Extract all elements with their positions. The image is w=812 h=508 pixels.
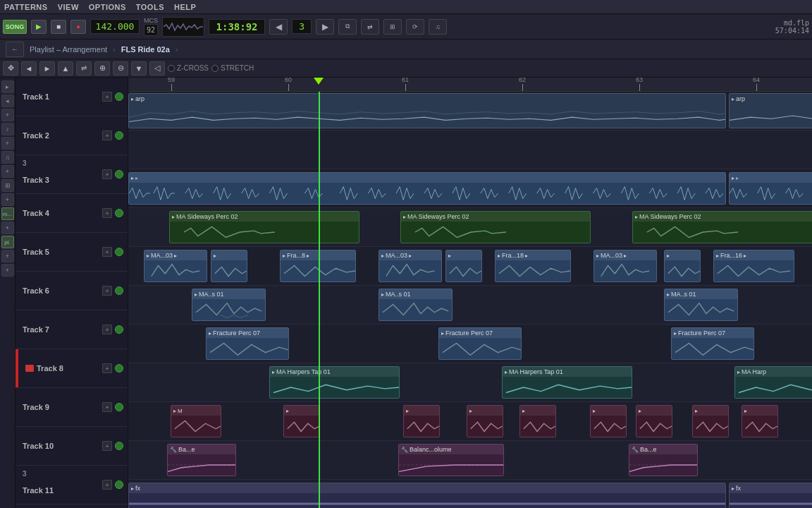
clip-3-wave-2[interactable]: ▸ ▸ xyxy=(729,172,812,205)
clip-6-2[interactable]: ▸MA..s 01 xyxy=(379,289,453,321)
ruler[interactable]: 59 60 61 62 63 64 xyxy=(128,78,812,92)
track-label-10[interactable]: Track 10 + xyxy=(16,427,128,466)
collapse-button[interactable]: ▼ xyxy=(131,61,147,75)
track-3-add[interactable]: + xyxy=(102,169,112,179)
track-2-add[interactable]: + xyxy=(102,131,112,140)
clip-5-1[interactable]: ▸MA...03 ▸ xyxy=(144,250,207,282)
clip-11-fx-2[interactable]: ▸fx xyxy=(729,483,812,508)
clip-9-9[interactable]: ▸ xyxy=(742,405,778,437)
stretch-checkbox[interactable] xyxy=(211,65,219,72)
track-10-add[interactable]: + xyxy=(102,441,112,451)
menu-patterns[interactable]: PATTERNS xyxy=(4,3,48,11)
track-1-add[interactable]: + xyxy=(102,92,112,102)
track-label-6[interactable]: Track 6 + xyxy=(16,272,128,310)
track-label-7[interactable]: Track 7 + xyxy=(16,310,128,349)
track-label-3[interactable]: 3 Track 3 + xyxy=(16,155,128,194)
clip-8-2[interactable]: ▸MA Harpers Tap 01 xyxy=(502,366,632,399)
track-11-add[interactable]: + xyxy=(102,480,112,490)
play-button[interactable]: ▶ xyxy=(31,20,47,34)
flip-h-button[interactable]: ⇌ xyxy=(76,61,92,75)
next-pattern-button[interactable]: ▶ xyxy=(316,19,334,35)
clip-7-3[interactable]: ▸Fracture Perc 07 xyxy=(671,327,754,360)
clip-6-3[interactable]: ▸MA..s 01 xyxy=(664,289,738,321)
sidebar-icon-8[interactable]: ⊞ xyxy=(1,179,14,192)
clip-4-2[interactable]: ▸MA Sideways Perc 02 xyxy=(400,211,591,243)
clip-9-5[interactable]: ▸ xyxy=(519,405,556,437)
menu-tools[interactable]: TOOLS xyxy=(136,3,164,11)
clip-5-6[interactable]: ▸Fra...18 ▸ xyxy=(495,250,571,282)
zoom-in-button[interactable]: ⊕ xyxy=(94,61,110,75)
stretch-area[interactable]: STRETCH xyxy=(211,64,254,72)
track-8-add[interactable]: + xyxy=(102,363,112,373)
sidebar-icon-m[interactable]: m... xyxy=(1,207,14,220)
clip-9-6[interactable]: ▸ xyxy=(590,405,627,437)
track-label-5[interactable]: Track 5 + xyxy=(16,233,128,272)
sidebar-icon-12[interactable]: + xyxy=(1,264,14,277)
clip-9-2[interactable]: ▸ xyxy=(283,405,320,437)
tool-left-button[interactable]: ◄ xyxy=(21,61,37,75)
clip-5-8[interactable]: ▸ xyxy=(664,250,701,282)
song-mode-button[interactable]: SONG xyxy=(3,20,27,34)
menu-view[interactable]: VIEW xyxy=(58,3,79,11)
clip-5-3[interactable]: ▸Fra...8 ▸ xyxy=(280,250,356,282)
transport-icon-4[interactable]: ⟳ xyxy=(406,19,424,35)
clip-7-2[interactable]: ▸Fracture Perc 07 xyxy=(438,327,522,360)
clip-10-1[interactable]: 🔧Ba...e xyxy=(167,444,236,476)
track-label-2[interactable]: Track 2 + xyxy=(16,116,128,155)
track-7-add[interactable]: + xyxy=(102,325,112,334)
z-cross-area[interactable]: Z-CROSS xyxy=(168,64,209,72)
clip-9-7[interactable]: ▸ xyxy=(636,405,672,437)
sidebar-icon-11[interactable]: + xyxy=(1,250,14,262)
pattern-number[interactable]: 3 xyxy=(292,19,312,34)
track-9-add[interactable]: + xyxy=(102,402,112,412)
sidebar-icon-3[interactable]: + xyxy=(1,109,14,121)
clip-9-1[interactable]: ▸M xyxy=(171,405,221,437)
clip-9-8[interactable]: ▸ xyxy=(692,405,729,437)
sidebar-icon-5[interactable]: + xyxy=(1,137,14,150)
transport-icon-5[interactable]: ♫ xyxy=(429,19,447,35)
move-tool-button[interactable]: ✥ xyxy=(3,61,18,75)
sidebar-icon-9[interactable]: + xyxy=(1,193,14,206)
track-5-add[interactable]: + xyxy=(102,247,112,257)
back-button[interactable]: ← xyxy=(6,42,24,57)
clip-8-1[interactable]: ▸MA Harpers Tap 01 xyxy=(269,366,400,399)
clip-5-9[interactable]: ▸Fra...16 ▸ xyxy=(713,250,794,282)
stop-button[interactable]: ■ xyxy=(51,20,66,34)
track-label-11[interactable]: 3 Track 11 + xyxy=(16,466,128,504)
clip-4-3[interactable]: ▸MA Sideways Perc 02 xyxy=(632,211,812,243)
clip-11-fx-1[interactable]: ▸fx xyxy=(128,483,726,508)
record-button[interactable]: ● xyxy=(70,20,86,34)
bpm-display[interactable]: 142.000 xyxy=(90,19,140,34)
clip-5-7[interactable]: ▸MA...03 ▸ xyxy=(593,250,657,282)
clip-9-4[interactable]: ▸ xyxy=(467,405,503,437)
menu-help[interactable]: HELP xyxy=(174,3,196,11)
nav-arrow-button[interactable]: ◁ xyxy=(149,61,165,75)
track-label-4[interactable]: Track 4 + xyxy=(16,194,128,233)
track-label-9[interactable]: Track 9 + xyxy=(16,388,128,427)
clip-3-wave-1[interactable]: ▸ ▸ xyxy=(128,172,726,205)
clip-5-2[interactable]: ▸ xyxy=(211,250,247,282)
sidebar-icon-10[interactable]: + xyxy=(1,222,14,234)
track-6-add[interactable]: + xyxy=(102,286,112,296)
prev-pattern-button[interactable]: ◀ xyxy=(269,19,288,35)
tool-right-button[interactable]: ► xyxy=(39,61,55,75)
track-label-1[interactable]: Track 1 + xyxy=(16,78,128,116)
breadcrumb-playlist[interactable]: Playlist – Arrangement xyxy=(30,45,107,54)
clip-5-4[interactable]: ▸MA...03 ▸ xyxy=(379,250,442,282)
clip-5-5[interactable]: ▸ xyxy=(445,250,482,282)
clip-7-1[interactable]: ▸Fracture Perc 07 xyxy=(206,327,289,360)
transport-icon-1[interactable]: ⧉ xyxy=(338,19,357,35)
clip-10-2[interactable]: 🔧Balanc...olume xyxy=(398,444,504,476)
clip-4-1[interactable]: ▸MA Sideways Perc 02 xyxy=(169,211,359,243)
track-label-8[interactable]: Track 8 + xyxy=(16,349,128,388)
sidebar-icon-1[interactable]: ▸ xyxy=(1,80,14,93)
tool-up-button[interactable]: ▲ xyxy=(58,61,73,75)
sidebar-icon-2[interactable]: ◂ xyxy=(1,95,14,107)
clip-9-3[interactable]: ▸ xyxy=(403,405,440,437)
clip-6-1[interactable]: ▸MA..s 01 xyxy=(192,289,266,321)
transport-icon-2[interactable]: ⇄ xyxy=(361,19,379,35)
sidebar-icon-4[interactable]: ♪ xyxy=(1,123,14,135)
z-cross-checkbox[interactable] xyxy=(168,65,175,72)
clip-1-arp-1[interactable]: ▸arp xyxy=(128,93,726,128)
sidebar-icon-7[interactable]: + xyxy=(1,165,14,178)
